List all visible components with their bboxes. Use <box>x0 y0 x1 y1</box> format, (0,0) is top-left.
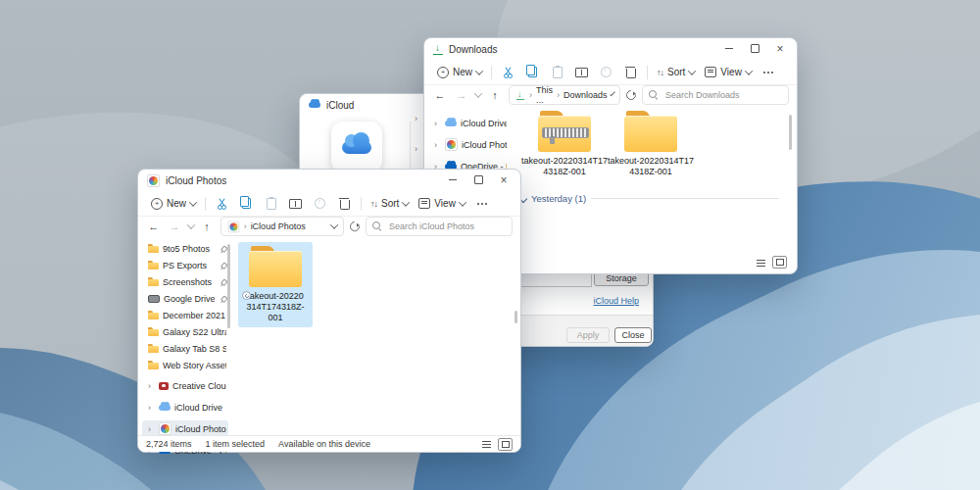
close-button[interactable] <box>491 171 516 189</box>
view-button[interactable]: View <box>700 64 757 80</box>
breadcrumb-current[interactable]: iCloud Photos <box>251 221 306 231</box>
view-icon <box>418 198 430 209</box>
back-button[interactable]: ← <box>146 220 161 232</box>
share-button[interactable] <box>308 195 332 213</box>
new-button[interactable]: New <box>432 64 487 81</box>
details-view-icon[interactable] <box>482 441 491 442</box>
maximize-button[interactable] <box>742 39 767 58</box>
view-button[interactable]: View <box>414 195 470 212</box>
icloud-photos-body: 9to5 Photos PS Exports Screenshots Googl… <box>138 238 520 436</box>
view-toggles <box>757 256 787 269</box>
sort-button[interactable]: Sort <box>652 64 700 80</box>
sidebar-item-google-drive[interactable]: Google Drive (I:) <box>142 290 228 307</box>
refresh-icon[interactable] <box>348 220 362 233</box>
history-chevron[interactable] <box>186 220 194 228</box>
paste-button[interactable] <box>259 195 283 213</box>
close-button[interactable]: Close <box>614 327 652 343</box>
creative-cloud-icon <box>159 382 169 390</box>
folder-icon <box>148 261 159 270</box>
paste-button[interactable] <box>545 64 569 81</box>
divider <box>205 197 206 211</box>
close-button[interactable] <box>767 39 793 58</box>
file-zip-takeout[interactable]: takeout-20220314T174318Z-001 <box>520 111 609 177</box>
chevron-down-icon[interactable] <box>610 91 615 97</box>
refresh-icon[interactable] <box>624 88 638 102</box>
copy-button[interactable] <box>234 195 259 213</box>
sidebar-item-label: Screenshots <box>163 277 215 287</box>
cut-button[interactable] <box>210 195 234 213</box>
sort-button[interactable]: Sort <box>366 195 414 212</box>
chevron-down-icon <box>402 198 410 206</box>
sidebar-item-icloud-drive[interactable]: › iCloud Drive <box>428 115 509 131</box>
delete-button[interactable] <box>618 64 643 81</box>
rename-button[interactable] <box>283 195 308 213</box>
cut-icon <box>503 67 514 78</box>
breadcrumb[interactable]: › This ... › Downloads <box>509 85 620 105</box>
thumbnail-view-icon[interactable] <box>772 256 787 269</box>
sidebar-item-december-2021[interactable]: December 2021 <box>142 307 228 323</box>
sidebar-item-label: Creative Cloud Files <box>172 381 226 391</box>
up-button[interactable]: ↑ <box>199 220 214 232</box>
search-icon <box>372 221 382 231</box>
forward-button[interactable]: → <box>454 89 469 101</box>
view-label: View <box>434 198 456 209</box>
sort-icon <box>657 67 663 77</box>
search-input[interactable] <box>387 220 506 232</box>
file-folder-takeout[interactable]: takeout-20220314T174318Z-001 <box>607 111 695 177</box>
window-icloud-photos: iCloud Photos New Sort <box>137 169 521 453</box>
expand-chevron[interactable]: › <box>434 119 441 128</box>
file-folder-takeout-selected[interactable]: takeout-20220314T174318Z-001 <box>238 242 313 327</box>
expand-chevron[interactable]: › <box>148 424 155 434</box>
sidebar-item-9to5-photos[interactable]: 9to5 Photos <box>142 240 228 257</box>
sidebar-item-label: iCloud Photos <box>462 140 507 150</box>
new-button[interactable]: New <box>146 195 201 213</box>
sidebar-item-web-story-assets[interactable]: Web Story Assets <box>142 357 228 373</box>
content-scrollbar[interactable] <box>514 311 517 323</box>
apply-button[interactable]: Apply <box>566 327 610 343</box>
forward-button[interactable]: → <box>167 220 181 232</box>
command-bar: New Sort View <box>424 60 797 85</box>
more-button[interactable] <box>470 195 495 213</box>
sidebar-item-icloud-photos[interactable]: › iCloud Photos <box>428 136 509 153</box>
details-view-icon[interactable] <box>757 260 765 261</box>
scrollbar[interactable] <box>789 115 792 150</box>
sidebar-item-icloud-drive[interactable]: › iCloud Drive <box>142 399 228 416</box>
more-button[interactable] <box>757 64 781 81</box>
history-chevron[interactable] <box>474 89 482 97</box>
minimize-button[interactable] <box>440 171 466 189</box>
maximize-button[interactable] <box>466 171 491 189</box>
sidebar-item-ps-exports[interactable]: PS Exports <box>142 257 228 273</box>
thumbnail-view-icon[interactable] <box>498 438 513 451</box>
sidebar-item-creative-cloud[interactable]: › Creative Cloud Files <box>142 377 228 394</box>
search-input[interactable] <box>663 89 782 101</box>
sidebar-item-galaxy-tab-s8[interactable]: Galaxy Tab S8 Series_Hi <box>142 340 228 357</box>
rename-button[interactable] <box>569 64 594 81</box>
share-button[interactable] <box>594 64 618 81</box>
expand-chevron[interactable]: › <box>148 381 155 391</box>
expand-chevron[interactable]: › <box>415 114 421 123</box>
breadcrumb[interactable]: › iCloud Photos <box>220 217 345 236</box>
copy-button[interactable] <box>520 64 545 81</box>
expand-chevron[interactable]: › <box>148 403 155 413</box>
sidebar-item-galaxy-s22[interactable]: Galaxy S22 Ultra_Hi <box>142 323 228 340</box>
sidebar-item-screenshots[interactable]: Screenshots <box>142 273 228 290</box>
group-header-yesterday[interactable]: Yesterday (1) <box>520 193 779 204</box>
share-icon <box>315 198 325 209</box>
breadcrumb-root[interactable]: This ... <box>536 85 553 105</box>
minimize-button[interactable] <box>716 39 742 58</box>
sidebar-item-label: iCloud Photos <box>175 424 226 434</box>
file-name: takeout-20220314T174318Z-001 <box>607 156 695 177</box>
cut-button[interactable] <box>496 64 520 81</box>
breadcrumb-current[interactable]: Downloads <box>564 90 608 100</box>
icloud-help-link[interactable]: iCloud Help <box>593 296 639 306</box>
back-button[interactable]: ← <box>432 89 448 101</box>
expand-chevron[interactable]: › <box>415 144 421 154</box>
chevron-down-icon <box>189 198 197 206</box>
expand-chevron[interactable]: › <box>434 140 441 150</box>
sidebar-item-label: iCloud Drive <box>174 403 226 413</box>
chevron-down-icon[interactable] <box>330 220 338 228</box>
up-button[interactable]: ↑ <box>487 89 503 101</box>
delete-button[interactable] <box>332 195 357 213</box>
icloud-cloud-icon <box>342 141 371 154</box>
sidebar-scrollbar[interactable] <box>227 244 230 328</box>
